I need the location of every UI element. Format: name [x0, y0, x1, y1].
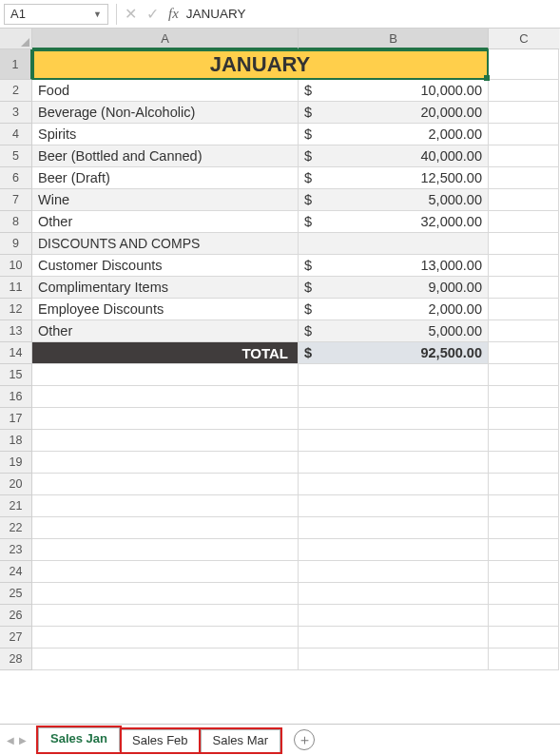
cell[interactable]: $32,000.00 [299, 211, 489, 233]
total-label-cell[interactable]: TOTAL [32, 342, 299, 364]
cell[interactable]: Complimentary Items [32, 277, 299, 299]
add-sheet-button[interactable]: ＋ [294, 729, 315, 750]
row-header[interactable]: 3 [0, 102, 32, 124]
cell[interactable]: Spirits [32, 124, 299, 145]
cell[interactable] [489, 649, 559, 670]
cell[interactable]: $9,000.00 [299, 277, 489, 299]
cell[interactable] [489, 386, 559, 408]
row-header[interactable]: 25 [0, 583, 32, 605]
row-header[interactable]: 11 [0, 277, 32, 299]
cell[interactable] [299, 605, 489, 627]
cell[interactable] [489, 299, 559, 320]
row-header[interactable]: 13 [0, 320, 32, 342]
cell[interactable] [299, 430, 489, 452]
cell[interactable]: $2,000.00 [299, 299, 489, 320]
row-header[interactable]: 16 [0, 386, 32, 408]
cell[interactable] [32, 364, 299, 386]
cell[interactable]: Other [32, 320, 299, 342]
cell[interactable] [32, 474, 299, 495]
cell[interactable] [489, 124, 559, 145]
cell[interactable] [32, 408, 299, 430]
row-header[interactable]: 26 [0, 605, 32, 627]
row-header[interactable]: 23 [0, 539, 32, 561]
row-header[interactable]: 4 [0, 124, 32, 145]
cell[interactable] [489, 145, 559, 167]
tab-scroll-left-icon[interactable]: ◀ [4, 730, 16, 749]
cell[interactable]: $5,000.00 [299, 320, 489, 342]
cell[interactable] [489, 474, 559, 495]
cell[interactable] [32, 430, 299, 452]
cell[interactable]: Employee Discounts [32, 299, 299, 320]
col-header-c[interactable]: C [489, 29, 559, 49]
total-amount-cell[interactable]: $92,500.00 [299, 342, 489, 364]
chevron-down-icon[interactable]: ▼ [93, 10, 102, 19]
formula-input[interactable]: JANUARY [179, 4, 557, 25]
row-header[interactable]: 7 [0, 189, 32, 211]
cell[interactable] [489, 408, 559, 430]
cell[interactable] [299, 561, 489, 583]
row-header[interactable]: 22 [0, 517, 32, 539]
cell[interactable] [299, 452, 489, 474]
col-header-b[interactable]: B [299, 29, 489, 49]
cell[interactable]: $40,000.00 [299, 145, 489, 167]
cell[interactable] [489, 342, 559, 364]
cell[interactable]: Beverage (Non-Alcoholic) [32, 102, 299, 124]
row-header[interactable]: 10 [0, 255, 32, 277]
row-header[interactable]: 17 [0, 408, 32, 430]
cell[interactable] [299, 583, 489, 605]
cell[interactable] [489, 627, 559, 649]
cell[interactable] [489, 430, 559, 452]
row-header[interactable]: 14 [0, 342, 32, 364]
row-header[interactable]: 28 [0, 649, 32, 670]
title-cell[interactable]: JANUARY [32, 49, 489, 80]
cell[interactable] [489, 277, 559, 299]
cell[interactable] [489, 320, 559, 342]
cell[interactable]: $13,000.00 [299, 255, 489, 277]
cell[interactable] [32, 627, 299, 649]
row-header[interactable]: 1 [0, 49, 32, 80]
cell[interactable] [489, 102, 559, 124]
sheet-tab-feb[interactable]: Sales Feb [120, 729, 201, 752]
select-all-corner[interactable] [0, 29, 32, 49]
cell[interactable] [32, 561, 299, 583]
cell[interactable] [32, 452, 299, 474]
cell[interactable] [299, 474, 489, 495]
cell[interactable] [489, 495, 559, 517]
sheet-tab-jan[interactable]: Sales Jan [38, 727, 120, 752]
cell[interactable] [489, 517, 559, 539]
cell[interactable] [32, 539, 299, 561]
row-header[interactable]: 24 [0, 561, 32, 583]
row-header[interactable]: 27 [0, 627, 32, 649]
cell[interactable] [299, 539, 489, 561]
cell[interactable]: $10,000.00 [299, 80, 489, 102]
row-header[interactable]: 18 [0, 430, 32, 452]
cell[interactable] [299, 408, 489, 430]
confirm-icon[interactable]: ✓ [146, 5, 159, 23]
sheet-tab-mar[interactable]: Sales Mar [201, 729, 281, 752]
cell[interactable]: Beer (Draft) [32, 167, 299, 189]
cell[interactable] [32, 517, 299, 539]
cell[interactable]: Beer (Bottled and Canned) [32, 145, 299, 167]
fx-icon[interactable]: fx [168, 6, 179, 22]
cell[interactable]: Food [32, 80, 299, 102]
cell[interactable] [489, 364, 559, 386]
row-header[interactable]: 5 [0, 145, 32, 167]
cell[interactable] [299, 627, 489, 649]
cell[interactable]: $12,500.00 [299, 167, 489, 189]
name-box[interactable]: A1 ▼ [4, 4, 108, 25]
cell[interactable]: Other [32, 211, 299, 233]
cell[interactable] [489, 583, 559, 605]
cell[interactable] [489, 255, 559, 277]
cell[interactable] [489, 233, 559, 255]
tab-scroll-right-icon[interactable]: ▶ [16, 730, 29, 749]
cell[interactable]: Wine [32, 189, 299, 211]
row-header[interactable]: 2 [0, 80, 32, 102]
cell[interactable] [32, 583, 299, 605]
cell[interactable] [489, 49, 559, 80]
cell[interactable] [32, 605, 299, 627]
cell[interactable]: $20,000.00 [299, 102, 489, 124]
cell[interactable] [32, 386, 299, 408]
cell[interactable] [299, 233, 489, 255]
cell[interactable] [489, 452, 559, 474]
cell[interactable]: Customer Discounts [32, 255, 299, 277]
